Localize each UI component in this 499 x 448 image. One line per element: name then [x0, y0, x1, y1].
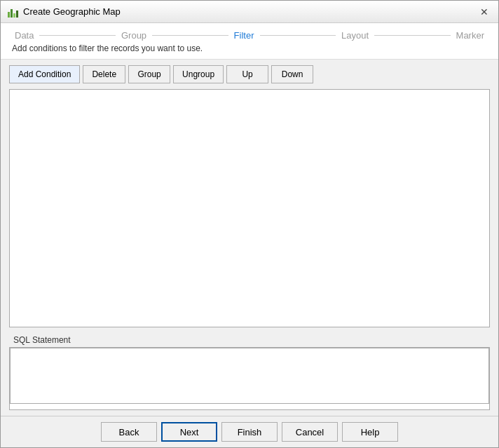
delete-button[interactable]: Delete: [83, 65, 125, 83]
sql-textarea[interactable]: [10, 348, 489, 404]
step-filter[interactable]: Filter: [231, 30, 257, 41]
cancel-button[interactable]: Cancel: [282, 422, 338, 442]
step-line-2: [152, 35, 228, 36]
close-button[interactable]: ✕: [477, 5, 491, 19]
down-button[interactable]: Down: [271, 65, 313, 83]
toolbar: Add Condition Delete Group Ungroup Up Do…: [9, 65, 490, 83]
step-marker-label: Marker: [453, 30, 487, 41]
step-filter-label: Filter: [231, 30, 257, 41]
steps-nav: Data Group Filter Layout Marker Add cond…: [1, 23, 498, 60]
step-data-label: Data: [12, 30, 36, 41]
step-line-1: [39, 35, 116, 36]
dialog: Create Geographic Map ✕ Data Group Filte…: [0, 0, 499, 448]
filter-conditions-area: [9, 89, 490, 327]
steps-row: Data Group Filter Layout Marker: [12, 30, 487, 41]
step-line-4: [374, 35, 451, 36]
group-button[interactable]: Group: [128, 65, 170, 83]
app-icon: [8, 6, 19, 18]
step-layout-label: Layout: [339, 30, 371, 41]
add-condition-button[interactable]: Add Condition: [9, 65, 80, 83]
step-data[interactable]: Data: [12, 30, 36, 41]
main-content: Add Condition Delete Group Ungroup Up Do…: [1, 60, 498, 416]
step-layout[interactable]: Layout: [339, 30, 371, 41]
footer: Back Next Finish Cancel Help: [1, 416, 498, 447]
step-group[interactable]: Group: [118, 30, 149, 41]
step-line-3: [260, 35, 336, 36]
dialog-title: Create Geographic Map: [23, 6, 121, 17]
steps-description: Add conditions to filter the records you…: [12, 43, 487, 53]
title-bar-left: Create Geographic Map: [8, 6, 121, 18]
sql-container: [9, 347, 490, 410]
help-button[interactable]: Help: [342, 422, 398, 442]
step-group-label: Group: [118, 30, 149, 41]
finish-button[interactable]: Finish: [221, 422, 278, 442]
sql-wrapper: SQL Statement: [9, 333, 490, 410]
back-button[interactable]: Back: [101, 422, 157, 442]
ungroup-button[interactable]: Ungroup: [173, 65, 224, 83]
sql-label: SQL Statement: [9, 333, 490, 347]
step-marker[interactable]: Marker: [453, 30, 487, 41]
next-button[interactable]: Next: [161, 422, 217, 442]
up-button[interactable]: Up: [226, 65, 268, 83]
title-bar: Create Geographic Map ✕: [1, 1, 498, 23]
